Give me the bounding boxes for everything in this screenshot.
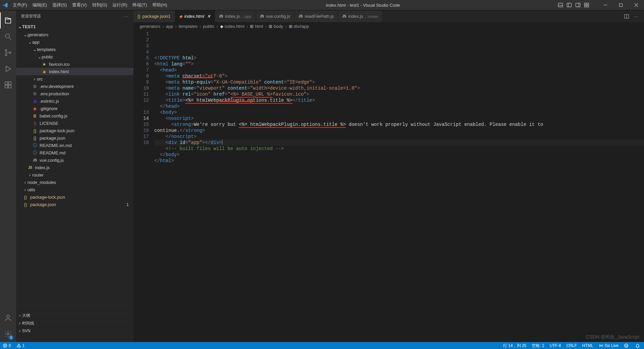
status-warnings[interactable]: 1 (14, 342, 28, 349)
tree-file[interactable]: {}package.json (16, 134, 133, 142)
tree-folder[interactable]: ⌄app (16, 38, 133, 46)
toggle-panel-icon[interactable] (556, 0, 565, 10)
tree-file[interactable]: {}package-lock.json (16, 127, 133, 134)
tree-file[interactable]: ★favicon.ico (16, 60, 133, 68)
split-editor-icon[interactable] (622, 14, 631, 19)
breadcrumb-seg[interactable]: ⊞body (269, 24, 283, 29)
status-encoding[interactable]: UTF-8 (547, 342, 564, 349)
activity-extensions-icon[interactable] (0, 77, 16, 93)
breadcrumb-seg[interactable]: ◆index.html (220, 24, 245, 29)
tree-file[interactable]: JSindex.js (16, 164, 133, 171)
editor-area: {} package.json 1◆ index.html✕JS index.j… (133, 10, 644, 342)
breadcrumb-seg[interactable]: ⊞html (250, 24, 263, 29)
tree-file[interactable]: ◉.eslintrc.js (16, 97, 133, 105)
toggle-sidebar-left-icon[interactable] (565, 0, 574, 10)
vscode-icon (0, 2, 10, 8)
tree-folder[interactable]: ⌄templates (16, 46, 133, 53)
toggle-sidebar-right-icon[interactable] (574, 0, 582, 10)
status-cursor[interactable]: 行 14，列 25 (500, 342, 529, 349)
sidebar-section[interactable]: › SVN (16, 327, 133, 335)
activity-debug-icon[interactable] (0, 61, 16, 77)
close-button[interactable] (629, 0, 644, 10)
tree-folder[interactable]: ›utils (16, 186, 133, 193)
tree-file[interactable]: ⓘREADME.md (16, 149, 133, 156)
code-editor[interactable]: 123456789101112131415161718 <!DOCTYPE ht… (133, 30, 644, 170)
status-notifications-icon[interactable] (633, 342, 644, 349)
activity-manage-icon[interactable]: 1 (0, 326, 16, 342)
svg-point-23 (7, 315, 9, 318)
svg-rect-19 (5, 82, 8, 85)
menu-item[interactable]: 运行(R) (110, 0, 130, 10)
svg-rect-9 (587, 5, 589, 7)
status-eol[interactable]: CRLF (564, 342, 580, 349)
tree-file[interactable]: {}package-lock.json (16, 193, 133, 201)
tree-folder[interactable]: ⌄public (16, 53, 133, 60)
tree-folder[interactable]: ›src (16, 75, 133, 83)
svg-rect-22 (8, 85, 11, 88)
tree-file[interactable]: {}package.json1 (16, 201, 133, 208)
maximize-button[interactable] (613, 0, 629, 10)
editor-tab[interactable]: {} package.json 1 (133, 10, 175, 22)
sidebar-section[interactable]: › 大纲 (16, 311, 133, 319)
svg-rect-21 (5, 85, 8, 88)
menu-item[interactable]: 文件(F) (10, 0, 30, 10)
explorer-sidebar: 资源管理器 ··· ⌄TEST1 ⌄generators⌄app⌄templat… (16, 10, 133, 342)
explorer-root[interactable]: ⌄TEST1 (16, 22, 133, 31)
svg-point-32 (600, 345, 602, 346)
editor-tab[interactable]: JS index.js...\app (215, 10, 256, 22)
menu-item[interactable]: 终端(T) (130, 0, 150, 10)
breadcrumb-seg[interactable]: app (166, 24, 173, 29)
window-title: index.html - test1 - Visual Studio Code (170, 3, 556, 8)
status-errors[interactable]: 0 (0, 342, 14, 349)
activity-explorer-icon[interactable] (0, 12, 16, 29)
svg-rect-4 (576, 3, 580, 7)
menu-item[interactable]: 帮助(H) (150, 0, 170, 10)
tree-file[interactable]: ⚙.env.production (16, 90, 133, 97)
svg-line-15 (9, 38, 11, 40)
status-golive[interactable]: Go Live (596, 342, 621, 349)
breadcrumb-seg[interactable]: public (203, 24, 214, 29)
activity-scm-icon[interactable] (0, 45, 16, 61)
menu-item[interactable]: 查看(V) (69, 0, 89, 10)
activity-account-icon[interactable] (0, 310, 16, 326)
status-spaces[interactable]: 空格: 2 (529, 342, 547, 349)
status-feedback-icon[interactable] (621, 342, 633, 349)
breadcrumb-seg[interactable]: templates (179, 24, 198, 29)
status-lang[interactable]: HTML (580, 342, 596, 349)
tree-file[interactable]: ⚙.env.development (16, 83, 133, 90)
sidebar-title: 资源管理器 (21, 13, 41, 19)
editor-tab[interactable]: ◆ index.html✕ (175, 10, 215, 22)
tree-file[interactable]: Bbabel.config.js (16, 112, 133, 119)
breadcrumb-seg[interactable]: ⊞div#app (289, 24, 309, 29)
activity-search-icon[interactable] (0, 29, 16, 45)
tree-folder[interactable]: ›node_modules (16, 179, 133, 186)
tab-more-icon[interactable]: ··· (631, 14, 641, 19)
breadcrumb-seg[interactable]: generators (140, 24, 160, 29)
activity-bar: 1 (0, 10, 16, 342)
sidebar-section[interactable]: › 时间线 (16, 319, 133, 327)
editor-tab[interactable]: JS readFilePath.js (294, 10, 338, 22)
tree-file[interactable]: ◆index.html (16, 68, 133, 75)
sidebar-more-icon[interactable]: ··· (123, 14, 129, 19)
tree-file[interactable]: §LICENSE (16, 119, 133, 127)
svg-rect-11 (620, 4, 623, 7)
main-menu: 文件(F)编辑(E)选择(S)查看(V)转到(G)运行(R)终端(T)帮助(H) (10, 0, 170, 10)
minimize-button[interactable] (598, 0, 613, 10)
menu-item[interactable]: 选择(S) (50, 0, 69, 10)
svg-point-17 (5, 54, 7, 56)
tree-file[interactable]: JSvue.config.js (16, 156, 133, 164)
tree-folder[interactable]: ›router (16, 171, 133, 179)
customize-layout-icon[interactable] (582, 0, 591, 10)
menu-item[interactable]: 转到(G) (90, 0, 110, 10)
tree-folder[interactable]: ⌄generators (16, 31, 133, 38)
editor-tab[interactable]: JS vue.config.js (256, 10, 295, 22)
svg-point-18 (9, 52, 11, 54)
title-bar: 文件(F)编辑(E)选择(S)查看(V)转到(G)运行(R)终端(T)帮助(H)… (0, 0, 644, 10)
editor-tab[interactable]: JS index.js...\router (338, 10, 382, 22)
menu-item[interactable]: 编辑(E) (30, 0, 50, 10)
breadcrumbs[interactable]: generators›app›templates›public›◆index.h… (133, 22, 644, 30)
tree-file[interactable]: ◆.gitignore (16, 105, 133, 112)
svg-point-34 (626, 345, 626, 346)
tree-file[interactable]: ⓘREADME.en.md (16, 142, 133, 149)
close-icon[interactable]: ✕ (207, 14, 211, 19)
